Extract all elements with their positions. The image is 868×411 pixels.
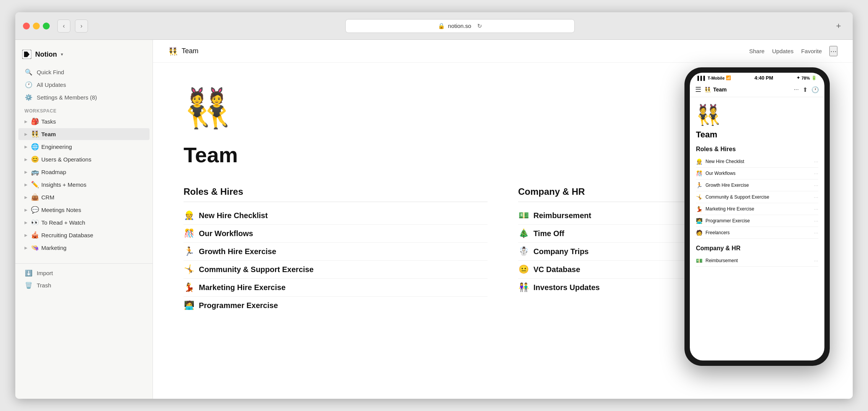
phone-list-item[interactable]: 👷 New Hire Checklist ··· xyxy=(696,156,818,168)
insights-emoji: ✏️ xyxy=(31,181,39,189)
lock-icon: 🔒 xyxy=(438,23,445,29)
browser-toolbar: ‹ › 🔒 notion.so ↻ + xyxy=(15,12,853,40)
list-item[interactable]: 🏃 Growth Hire Exercise xyxy=(184,243,488,261)
expand-arrow-icon: ▶ xyxy=(24,246,28,250)
fullscreen-button[interactable] xyxy=(43,23,50,29)
growth-hire-emoji: 🏃 xyxy=(184,246,194,256)
phone-item-more-icon[interactable]: ··· xyxy=(814,170,818,176)
phone-item-more-icon[interactable]: ··· xyxy=(814,158,818,165)
new-hire-emoji: 👷 xyxy=(184,210,194,220)
app-layout: Notion ▾ 🔍 Quick Find 🕐 All Updates ⚙️ S… xyxy=(15,40,853,399)
sidebar-item-recruiting[interactable]: ▶ 🎪 Recruiting Database xyxy=(18,229,150,241)
phone-item-more-icon[interactable]: ··· xyxy=(814,206,818,212)
phone-roles-hires-title: Roles & Hires xyxy=(696,146,818,153)
close-button[interactable] xyxy=(23,23,30,29)
recruiting-emoji: 🎪 xyxy=(31,231,39,239)
forward-button[interactable]: › xyxy=(75,20,88,33)
quick-find-label: Quick Find xyxy=(37,69,64,75)
list-item[interactable]: 👷 New Hire Checklist xyxy=(184,207,488,225)
reimbursement-emoji: 💵 xyxy=(518,210,529,220)
engineering-label: Engineering xyxy=(41,144,72,150)
new-tab-button[interactable]: + xyxy=(832,20,845,33)
page-header-title: Team xyxy=(182,47,198,55)
roles-hires-title: Roles & Hires xyxy=(184,186,488,202)
battery-level: 78% xyxy=(801,76,810,80)
page-title-bar: 👯 Team xyxy=(168,47,744,56)
expand-arrow-icon: ▶ xyxy=(24,170,28,174)
read-watch-emoji: 👀 xyxy=(31,219,39,227)
phone-list-item-content: 🧑‍💻 Programmer Exercise xyxy=(696,218,750,224)
investors-updates-emoji: 👫 xyxy=(518,282,529,292)
sidebar-item-settings[interactable]: ⚙️ Settings & Members (8) xyxy=(18,91,150,103)
list-item[interactable]: 🎊 Our Workflows xyxy=(184,225,488,243)
sidebar-item-quick-find[interactable]: 🔍 Quick Find xyxy=(18,66,150,78)
sidebar-item-crm[interactable]: ▶ 👜 CRM xyxy=(18,191,150,203)
list-item[interactable]: 💃 Marketing Hire Exercise xyxy=(184,279,488,297)
back-button[interactable]: ‹ xyxy=(57,20,70,33)
phone-list-item[interactable]: 🧑 Freelancers ··· xyxy=(696,227,818,239)
minimize-button[interactable] xyxy=(33,23,40,29)
sidebar-item-meetings-notes[interactable]: ▶ 💬 Meetings Notes xyxy=(18,204,150,216)
sidebar-item-import[interactable]: ⬇️ Import xyxy=(18,267,150,279)
phone-screen: ▌▌▌ T-Mobile 📶 4:40 PM ✦ 78% 🔋 xyxy=(690,73,824,360)
phone-item-more-icon[interactable]: ··· xyxy=(814,182,818,188)
phone-main-title: Team xyxy=(696,130,818,140)
sidebar-item-users-operations[interactable]: ▶ 😊 Users & Operations xyxy=(18,153,150,165)
phone-page-title-text: Team xyxy=(713,86,727,93)
insights-label: Insights + Memos xyxy=(41,181,86,188)
phone-item-emoji: 🧑‍💻 xyxy=(696,218,702,224)
phone-list-item[interactable]: 🏃 Growth Hire Exercise ··· xyxy=(696,179,818,191)
phone-item-more-icon[interactable]: ··· xyxy=(814,194,818,200)
phone-list-item[interactable]: 💵 Reimbursement ··· xyxy=(696,255,818,267)
phone-time: 4:40 PM xyxy=(754,75,773,81)
sidebar-item-team[interactable]: ▶ 👯 Team xyxy=(18,128,150,140)
expand-arrow-icon: ▶ xyxy=(24,119,28,124)
workspace-chevron[interactable]: ▾ xyxy=(61,52,63,57)
phone-history-icon[interactable]: 🕐 xyxy=(811,86,819,93)
more-options-button[interactable]: ··· xyxy=(829,46,837,56)
sidebar-item-tasks[interactable]: ▶ 🎒 Tasks xyxy=(18,116,150,127)
share-button[interactable]: Share xyxy=(749,48,764,54)
import-icon: ⬇️ xyxy=(24,269,33,277)
phone-more-icon[interactable]: ··· xyxy=(794,86,799,93)
phone-list-item[interactable]: 💃 Marketing Hire Exercise ··· xyxy=(696,203,818,215)
phone-item-label: New Hire Checklist xyxy=(705,159,744,164)
favorite-button[interactable]: Favorite xyxy=(801,48,822,54)
roles-hires-list: 👷 New Hire Checklist 🎊 Our Workflows 🏃 G… xyxy=(184,207,488,314)
phone-share-icon[interactable]: ⬆ xyxy=(803,86,808,93)
phone-item-emoji: 💃 xyxy=(696,206,702,212)
sidebar-item-trash[interactable]: 🗑️ Trash xyxy=(18,279,150,291)
marketing-hire-emoji: 💃 xyxy=(184,282,194,292)
sidebar-item-marketing[interactable]: ▶ 👒 Marketing xyxy=(18,242,150,254)
phone-menu-icon[interactable]: ☰ xyxy=(695,85,701,94)
phone-item-emoji: 🧑 xyxy=(696,230,702,236)
phone-item-label: Programmer Exercise xyxy=(705,218,750,223)
phone-item-emoji: 🤸 xyxy=(696,194,702,200)
address-bar[interactable]: 🔒 notion.so ↻ xyxy=(345,19,575,33)
roles-hires-column: Roles & Hires 👷 New Hire Checklist 🎊 Our… xyxy=(184,186,488,314)
phone-item-more-icon[interactable]: ··· xyxy=(814,258,818,264)
phone-list-item[interactable]: 🧑‍💻 Programmer Exercise ··· xyxy=(696,215,818,227)
reload-icon[interactable]: ↻ xyxy=(477,23,482,29)
updates-button[interactable]: Updates xyxy=(772,48,793,54)
list-item[interactable]: 🧑‍💻 Programmer Exercise xyxy=(184,297,488,314)
phone-list-item-content: 💃 Marketing Hire Exercise xyxy=(696,206,754,212)
sidebar-item-engineering[interactable]: ▶ 🌐 Engineering xyxy=(18,141,150,153)
phone-list-item[interactable]: 🎊 Our Workflows ··· xyxy=(696,168,818,179)
sidebar-item-all-updates[interactable]: 🕐 All Updates xyxy=(18,79,150,91)
list-item[interactable]: 🤸 Community & Support Exercise xyxy=(184,261,488,279)
roadmap-label: Roadmap xyxy=(41,169,66,175)
phone-item-more-icon[interactable]: ··· xyxy=(814,218,818,224)
investors-updates-label: Investors Updates xyxy=(533,283,600,292)
recruiting-label: Recruiting Database xyxy=(41,232,93,238)
sidebar-item-insights-memos[interactable]: ▶ ✏️ Insights + Memos xyxy=(18,179,150,191)
sidebar-item-to-read-watch[interactable]: ▶ 👀 To Read + Watch xyxy=(18,217,150,228)
sidebar-header: Notion ▾ xyxy=(15,46,153,66)
sidebar-item-roadmap[interactable]: ▶ 🚌 Roadmap xyxy=(18,166,150,178)
phone-list-item-content: 🤸 Community & Support Exercise xyxy=(696,194,769,200)
clock-icon: 🕐 xyxy=(24,81,33,88)
phone-item-more-icon[interactable]: ··· xyxy=(814,230,818,236)
carrier-name: T-Mobile xyxy=(707,76,725,80)
phone-list-item[interactable]: 🤸 Community & Support Exercise ··· xyxy=(696,191,818,203)
users-operations-emoji: 😊 xyxy=(31,155,39,163)
